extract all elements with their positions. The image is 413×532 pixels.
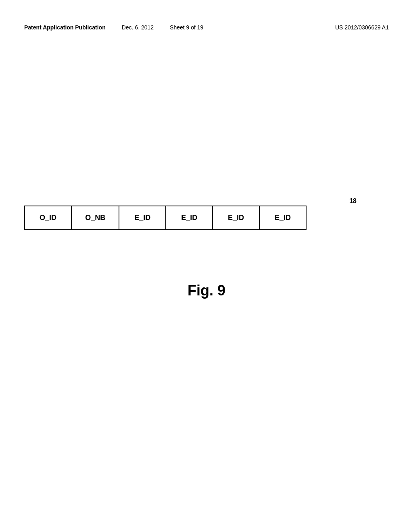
data-record-table: O_ID O_NB E_ID E_ID E_ID E_ID: [24, 206, 307, 230]
publication-date: Dec. 6, 2012: [122, 24, 154, 31]
cell-e-id-3: E_ID: [213, 206, 259, 230]
data-table-container: O_ID O_NB E_ID E_ID E_ID E_ID: [24, 206, 357, 230]
cell-o-nb: O_NB: [71, 206, 119, 230]
figure-caption: Fig. 9: [0, 282, 413, 299]
patent-number: US 2012/0306629 A1: [335, 24, 389, 31]
cell-o-id: O_ID: [25, 206, 71, 230]
publication-label: Patent Application Publication: [24, 24, 106, 31]
cell-e-id-4: E_ID: [259, 206, 306, 230]
sheet-info: Sheet 9 of 19: [170, 24, 203, 31]
cell-e-id-2: E_ID: [166, 206, 213, 230]
page-header: Patent Application Publication Dec. 6, 2…: [24, 24, 389, 34]
table-row: O_ID O_NB E_ID E_ID E_ID E_ID: [25, 206, 306, 230]
figure-reference-number: 18: [349, 197, 357, 205]
cell-e-id-1: E_ID: [119, 206, 166, 230]
